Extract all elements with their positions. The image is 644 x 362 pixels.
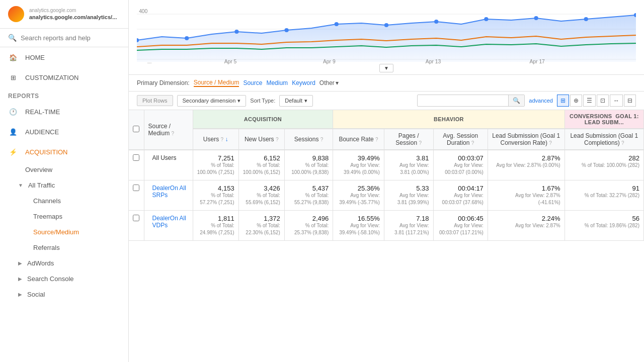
bounce-rate-header: Bounce Rate ? [333, 129, 384, 150]
sidebar-item-realtime[interactable]: 🕐 REAL-TIME [0, 102, 128, 122]
sidebar-label-home: HOME [25, 54, 45, 61]
sidebar-logo: analytics.google.com analytics.google.co… [0, 0, 128, 29]
users-help-icon[interactable]: ? [220, 137, 223, 142]
sessions-help-icon[interactable]: ? [320, 137, 324, 142]
blue-dot [584, 17, 588, 21]
sidebar-item-treemaps[interactable]: Treemaps [0, 209, 128, 224]
data-table-container: Source / Medium ? Acquisition Behavior C… [129, 110, 644, 362]
sidebar-item-audience[interactable]: 👤 AUDIENCE [0, 122, 128, 142]
vdps-bounce-rate: 16.55% Avg for View: 39.49% (-58.10%) [333, 211, 384, 241]
vdps-source-link[interactable]: DealerOn All VDPs [152, 215, 186, 229]
sidebar-label-realtime: REAL-TIME [25, 108, 60, 116]
sidebar-label-adwords: AdWords [27, 259, 54, 267]
acquisition-group-header: Acquisition [193, 110, 333, 129]
sidebar-label-social: Social [27, 291, 45, 298]
sort-default-dropdown[interactable]: Default ▾ [279, 95, 313, 107]
avg-session-help-icon[interactable]: ? [471, 140, 474, 146]
all-users-users: 7,251 % of Total: 100.00% (7,251) [193, 150, 238, 180]
select-all-checkbox[interactable] [133, 126, 139, 132]
sidebar-item-adwords[interactable]: ▶ AdWords [0, 255, 128, 271]
dim-other-dropdown[interactable]: Other ▾ [319, 79, 339, 86]
view-compare-button[interactable]: ⊡ [597, 95, 609, 107]
sidebar-item-channels[interactable]: Channels [0, 193, 128, 209]
dim-keyword[interactable]: Keyword [292, 79, 315, 86]
expand-search-console-icon: ▶ [18, 276, 22, 282]
dropdown-arrow-icon: ▾ [336, 79, 339, 86]
row-checkbox-input-srps[interactable] [133, 185, 139, 191]
advanced-link[interactable]: advanced [529, 98, 553, 104]
users-sort-icon[interactable]: ↓ [225, 136, 228, 143]
blue-dot [234, 30, 238, 34]
all-users-sessions: 9,838 % of Total: 100.00% (9,838) [284, 150, 333, 180]
row-checkbox-srps [129, 180, 144, 211]
dim-source[interactable]: Source [243, 79, 262, 86]
row-checkbox-input-vdps[interactable] [133, 215, 139, 221]
blue-dot [484, 17, 488, 21]
source-medium-help-icon[interactable]: ? [172, 131, 175, 136]
all-users-conv-rate: 2.87% Avg for View: 2.87% (0.00%) [488, 150, 565, 180]
new-users-help-icon[interactable]: ? [276, 137, 279, 142]
dim-medium[interactable]: Medium [266, 79, 288, 86]
sidebar-item-customization[interactable]: ⊞ CUSTOMIZATION [0, 67, 128, 87]
search-bar[interactable]: 🔍 [0, 29, 128, 47]
completions-help-icon[interactable]: ? [621, 140, 624, 146]
view-pivot-button[interactable]: ↔ [610, 95, 623, 107]
logo-text: analytics.google.com analytics.google.co… [29, 7, 117, 21]
table-row: All Users 7,251 % of Total: 100.00% (7,2… [129, 150, 644, 180]
view-list-button[interactable]: ☰ [583, 95, 596, 107]
sidebar-item-social[interactable]: ▶ Social [0, 287, 128, 302]
sidebar-item-overview[interactable]: Overview [0, 162, 128, 177]
view-grid-button[interactable]: ⊞ [557, 95, 569, 107]
data-table: Source / Medium ? Acquisition Behavior C… [129, 110, 644, 241]
x-label-apr13: Apr 13 [426, 59, 441, 64]
view-custom-button[interactable]: ⊟ [624, 95, 636, 107]
ga-logo-icon [8, 6, 24, 22]
view-chart-button[interactable]: ⊕ [570, 95, 582, 107]
clock-icon: 🕐 [8, 107, 18, 117]
row-checkbox-input[interactable] [133, 154, 139, 161]
pages-session-help-icon[interactable]: ? [419, 140, 422, 146]
secondary-dimension-dropdown[interactable]: Secondary dimension ▾ [177, 95, 247, 107]
search-input[interactable] [21, 34, 120, 42]
conv-rate-help-icon[interactable]: ? [549, 140, 552, 146]
vdps-pages-session: 7.18 Avg for View: 3.81 (117.21%) [384, 211, 433, 241]
sidebar-item-source-medium[interactable]: Source/Medium [0, 224, 128, 240]
sessions-header: Sessions ? [284, 129, 333, 150]
y-axis-label: 400 [139, 9, 148, 14]
table-search-input[interactable] [418, 96, 508, 106]
conv-rate-header: Lead Submission (Goal 1 Conversion Rate)… [488, 129, 565, 150]
sort-chevron-icon: ▾ [304, 98, 307, 104]
sort-type-label: Sort Type: [250, 98, 275, 104]
sidebar-item-acquisition[interactable]: ⚡ ACQUISITION [0, 142, 128, 162]
table-search-button[interactable]: 🔍 [508, 95, 524, 106]
reports-section-label: Reports [0, 87, 128, 102]
dim-source-medium[interactable]: Source / Medium [194, 79, 239, 87]
blue-dot [384, 23, 388, 27]
all-users-pages-session: 3.81 Avg for View: 3.81 (0.00%) [384, 150, 433, 180]
blue-dot [284, 28, 288, 32]
users-header: Users ? ↓ [193, 129, 238, 150]
x-label-apr17: Apr 17 [529, 59, 545, 64]
x-label-apr5: Apr 5 [224, 59, 237, 64]
sidebar-label-overview: Overview [25, 166, 52, 173]
all-users-bounce-rate: 39.49% Avg for View: 39.49% (0.00%) [333, 150, 384, 180]
chart-area-fill [137, 15, 636, 62]
checkbox-col-header [129, 110, 144, 150]
sidebar-item-all-traffic[interactable]: ▼ All Traffic [0, 177, 128, 193]
sidebar-item-referrals[interactable]: Referrals [0, 240, 128, 255]
line-chart: 400 Apr 5 Apr 9 Apr 13 Apr 17 ... [137, 4, 636, 64]
new-users-header: New Users ? [238, 129, 284, 150]
bounce-rate-help-icon[interactable]: ? [375, 137, 378, 142]
source-medium-header: Source / Medium ? [144, 110, 193, 150]
sidebar-item-home[interactable]: 🏠 HOME [0, 47, 128, 67]
srps-source-link[interactable]: DealerOn All SRPs [152, 185, 186, 199]
vdps-conv-rate: 2.24% Avg for View: 2.87% [488, 211, 565, 241]
plot-rows-button[interactable]: Plot Rows [137, 95, 173, 106]
sidebar-item-search-console[interactable]: ▶ Search Console [0, 271, 128, 287]
vdps-source-cell: DealerOn All VDPs [144, 211, 193, 241]
srps-avg-session: 00:04:17 Avg for View: 00:03:07 (37.68%) [433, 180, 488, 211]
sidebar-label-source-medium: Source/Medium [33, 228, 79, 236]
srps-conv-rate: 1.67% Avg for View: 2.87% (-41.61%) [488, 180, 565, 211]
chart-dimension-dropdown[interactable]: ▼ [379, 64, 393, 72]
all-users-source-cell: All Users [144, 150, 193, 180]
